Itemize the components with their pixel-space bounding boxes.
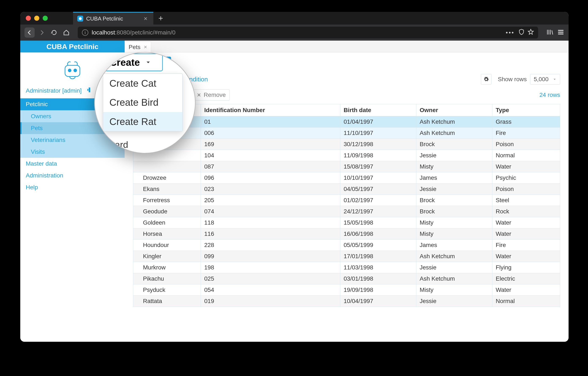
cell-type: Poison — [492, 184, 560, 195]
cell-id: 074 — [201, 206, 340, 217]
cell-owner: Brock — [416, 206, 492, 217]
table-row[interactable]: 16930/12/1998BrockPoison — [133, 139, 560, 150]
cell-owner: Brock — [416, 195, 492, 206]
create-option-create-rat[interactable]: Create Rat — [103, 112, 182, 131]
new-tab-button[interactable]: + — [153, 14, 168, 23]
close-window-icon[interactable] — [26, 16, 31, 21]
menu-icon[interactable] — [557, 29, 564, 37]
table-row[interactable]: Forretress20501/02/1997BrockSteel — [133, 195, 560, 206]
site-info-icon[interactable]: i — [82, 29, 88, 36]
cell-name: Goldeen — [133, 217, 201, 228]
table-row[interactable]: Goldeen11815/05/1998MistyWater — [133, 217, 560, 228]
filter-row: Add search condition Show rows 5,000 — [133, 74, 560, 85]
cell-id: 198 — [201, 262, 340, 273]
cell-id: 104 — [201, 150, 340, 161]
cell-type: Poison — [492, 139, 560, 150]
cell-id: 228 — [201, 240, 340, 251]
cell-name — [133, 161, 201, 172]
cell-owner: Ash Ketchum — [416, 116, 492, 128]
cell-id: 019 — [201, 296, 340, 307]
cell-type: Water — [492, 161, 560, 172]
col-identification-number[interactable]: Identification Number — [201, 104, 340, 116]
cell-id: 205 — [201, 195, 340, 206]
cell-type: Rock — [492, 206, 560, 217]
cell-name: Drowzee — [133, 172, 201, 184]
cell-id: 118 — [201, 217, 340, 228]
table-row[interactable]: 08715/08/1997MistyWater — [133, 161, 560, 172]
table-row[interactable]: Pikachu02503/01/1998Ash KetchumElectric — [133, 273, 560, 284]
bookmark-star-icon[interactable] — [528, 29, 534, 37]
cell-birth: 24/12/1997 — [340, 206, 416, 217]
x-icon — [197, 93, 201, 97]
cell-owner: Ash Ketchum — [416, 128, 492, 139]
col-birth-date[interactable]: Birth date — [340, 104, 416, 116]
cell-birth: 01/04/1997 — [340, 116, 416, 128]
sidebar-item-administration[interactable]: Administration — [20, 170, 125, 181]
cell-id: 087 — [201, 161, 340, 172]
logout-icon[interactable] — [85, 87, 91, 95]
show-rows-select[interactable]: 5,000 — [530, 74, 560, 85]
table-settings-button[interactable] — [481, 74, 492, 85]
chevron-down-icon — [145, 59, 151, 66]
nav-home-button[interactable] — [61, 27, 71, 38]
tab-favicon-icon — [77, 16, 83, 22]
sidebar-item-visits[interactable]: Visits — [20, 146, 125, 158]
table-row[interactable]: Geodude07424/12/1997BrockRock — [133, 206, 560, 217]
library-icon[interactable] — [546, 29, 553, 37]
cell-owner: Brock — [416, 139, 492, 150]
nav-back-button[interactable] — [24, 27, 35, 38]
table-row[interactable]: Houndour22805/05/1999JamesFire — [133, 240, 560, 251]
browser-tab[interactable]: CUBA Petclinic × — [73, 12, 153, 24]
browser-tab-title: CUBA Petclinic — [86, 15, 123, 22]
create-option-create-cat[interactable]: Create Cat — [103, 74, 182, 93]
sidebar-item-master-data[interactable]: Master data — [20, 158, 125, 170]
table-row[interactable]: 10411/09/1998JessieNormal — [133, 150, 560, 161]
cell-id: 099 — [201, 251, 340, 262]
cell-name: Kingler — [133, 251, 201, 262]
user-label: Administrator [admin] — [26, 87, 82, 94]
minimize-window-icon[interactable] — [34, 16, 39, 21]
table-row[interactable]: Psyduck05419/09/1998MistyWater — [133, 284, 560, 296]
nav-forward-button[interactable] — [37, 27, 47, 38]
content-tabs: Pets × — [125, 41, 568, 53]
table-row[interactable]: Kingler09917/01/1998Ash KetchumWater — [133, 251, 560, 262]
cell-name: Forretress — [133, 195, 201, 206]
maximize-window-icon[interactable] — [43, 16, 48, 21]
cell-id: 116 — [201, 228, 340, 240]
cell-type: Water — [492, 284, 560, 296]
close-tab-icon[interactable]: × — [142, 15, 149, 22]
create-option-create-bird[interactable]: Create Bird — [103, 93, 182, 112]
cell-birth: 17/01/1998 — [340, 251, 416, 262]
cell-owner: Misty — [416, 284, 492, 296]
url-port: :8080 — [115, 29, 130, 36]
remove-button[interactable]: Remove — [193, 89, 230, 100]
table-row[interactable]: Horsea11616/06/1998MistyWater — [133, 228, 560, 240]
table-row[interactable]: Murkrow19811/03/1998JessieFlying — [133, 262, 560, 273]
cell-birth: 10/10/1997 — [340, 172, 416, 184]
cell-name: Rattata — [133, 296, 201, 307]
cell-birth: 30/12/1998 — [340, 139, 416, 150]
table-row[interactable]: 0101/04/1997Ash KetchumGrass — [133, 116, 560, 128]
table-row[interactable]: 00611/10/1997Ash KetchumFire — [133, 128, 560, 139]
tracking-shield-icon[interactable] — [518, 29, 525, 37]
nav-reload-button[interactable] — [49, 27, 59, 38]
close-tab-icon[interactable]: × — [144, 44, 147, 50]
urlbar: i localhost:8080/petclinic/#main/0 ••• — [20, 24, 568, 41]
cell-name: Houndour — [133, 240, 201, 251]
col-type[interactable]: Type — [492, 104, 560, 116]
page-actions-icon[interactable]: ••• — [506, 29, 514, 36]
tab-pets[interactable]: Pets × — [125, 42, 151, 52]
cell-type: Water — [492, 251, 560, 262]
table-row[interactable]: Ekans02304/05/1997JessiePoison — [133, 184, 560, 195]
table-row[interactable]: Drowzee09610/10/1997JamesPsychic — [133, 172, 560, 184]
col-owner[interactable]: Owner — [416, 104, 492, 116]
remove-label: Remove — [204, 92, 226, 98]
sidebar-item-help[interactable]: Help — [20, 181, 125, 193]
url-field[interactable]: i localhost:8080/petclinic/#main/0 ••• — [78, 27, 538, 38]
cell-birth: 15/08/1997 — [340, 161, 416, 172]
cell-type: Electric — [492, 273, 560, 284]
rows-count[interactable]: 24 rows — [539, 92, 560, 98]
table-row[interactable]: Rattata01910/04/1997JessieNormal — [133, 296, 560, 307]
cell-type: Water — [492, 228, 560, 240]
cell-type: Fire — [492, 128, 560, 139]
